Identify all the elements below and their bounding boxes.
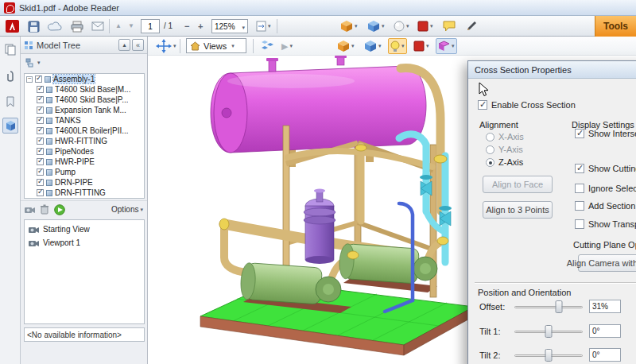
3d-background-dropdown[interactable] [416, 18, 435, 34]
print-button[interactable] [69, 18, 85, 34]
ignore-selected-checkbox[interactable] [575, 184, 584, 193]
show-cutting-plane-checkbox[interactable] [575, 164, 584, 173]
tilt1-field[interactable]: 0° [589, 324, 621, 338]
show-intersections-checkbox[interactable] [575, 129, 584, 138]
options-dropdown[interactable]: Options [111, 205, 143, 214]
camera-tool-icon[interactable] [25, 206, 35, 214]
render-mode-dropdown[interactable] [335, 38, 356, 54]
visibility-checkbox[interactable] [37, 86, 44, 93]
x-axis-radio[interactable] [486, 133, 494, 141]
3d-model-view[interactable] [148, 56, 477, 364]
enable-cross-section-checkbox[interactable] [478, 100, 487, 110]
page-fit-dropdown[interactable] [254, 18, 273, 34]
attachments-icon[interactable] [2, 68, 18, 84]
show-cutting-plane-row[interactable]: Show Cutting Plane [575, 164, 636, 173]
model-tree-list[interactable]: Assembly-1 T4600 Skid Base|M... T4600 Sk… [24, 73, 145, 199]
views-dropdown[interactable]: Views [186, 38, 246, 53]
show-transparency-checkbox[interactable] [575, 219, 584, 229]
tree-item[interactable]: DRN-PIPE [25, 177, 144, 188]
play-animation-dropdown[interactable]: ▶ [280, 38, 294, 54]
visibility-checkbox[interactable] [37, 179, 44, 186]
add-section-capping-checkbox[interactable] [575, 201, 584, 211]
align-to-face-button[interactable]: Align to Face [483, 176, 553, 193]
tree-item[interactable]: HWR-PIPE [25, 157, 144, 167]
zoom-level-dropdown[interactable]: 125% [211, 19, 248, 33]
offset-slider-thumb[interactable] [555, 300, 562, 313]
panel-collapse-button[interactable] [132, 39, 144, 51]
save-button[interactable] [26, 18, 41, 34]
visibility-checkbox[interactable] [37, 106, 44, 114]
model-tree-icon[interactable] [2, 118, 18, 134]
tree-item[interactable]: DRN-FITTING [25, 188, 144, 198]
cross-section-dropdown[interactable] [436, 38, 457, 54]
tilt1-slider-thumb[interactable] [545, 325, 553, 338]
views-list[interactable]: Starting View Viewport 1 [24, 219, 145, 324]
bookmarks-icon[interactable] [2, 94, 18, 110]
y-axis-radio[interactable] [486, 145, 494, 154]
tools-button[interactable]: Tools [595, 16, 636, 37]
enable-cross-section-row[interactable]: Enable Cross Section [478, 100, 576, 110]
expander-icon[interactable] [26, 76, 33, 83]
tree-item[interactable]: PipeNodes [25, 146, 144, 157]
3d-render-mode-dropdown[interactable] [339, 18, 359, 34]
visibility-checkbox[interactable] [37, 127, 44, 134]
tree-item[interactable]: T4600LR Boiler|PII... [25, 126, 144, 136]
tree-item[interactable]: Expansion Tank M... [25, 105, 144, 115]
background-color-dropdown[interactable] [412, 38, 431, 54]
page-thumbnails-icon[interactable] [2, 41, 18, 57]
extra-views-dropdown[interactable] [363, 38, 383, 54]
tree-item[interactable]: HWR-FITTING [25, 136, 144, 146]
visibility-checkbox[interactable] [37, 168, 44, 176]
next-page-button[interactable]: ▼ [126, 18, 136, 34]
show-intersections-row[interactable]: Show Intersections [575, 129, 636, 138]
add-section-capping-row[interactable]: Add Section Capping [575, 201, 636, 211]
tilt2-slider-thumb[interactable] [545, 349, 553, 362]
tilt1-slider[interactable] [514, 324, 583, 339]
tree-options-dropdown[interactable] [24, 55, 42, 71]
model-tree-toggle-button[interactable] [259, 38, 276, 54]
comment-button[interactable] [441, 18, 457, 34]
play-view-icon[interactable] [54, 204, 65, 215]
visibility-checkbox[interactable] [37, 117, 44, 124]
tree-item[interactable]: T4600 Skid Base|M... [25, 84, 144, 95]
visibility-checkbox[interactable] [37, 148, 44, 155]
title-bar[interactable]: Skid1.pdf - Adobe Reader [0, 0, 636, 16]
tree-item[interactable]: Pump [25, 167, 144, 177]
z-axis-radio-row[interactable]: Z-Axis [486, 157, 523, 167]
tilt2-slider[interactable] [514, 348, 583, 362]
dialog-title-bar[interactable]: Cross Section Properties [468, 61, 636, 79]
offset-slider[interactable] [514, 300, 583, 314]
tree-item[interactable]: TANKS [25, 115, 144, 126]
cloud-upload-button[interactable] [46, 18, 64, 34]
align-camera-button[interactable]: Align Camera with Plane [578, 254, 636, 272]
adobe-reader-icon[interactable] [4, 18, 21, 34]
tilt2-field[interactable]: 0° [589, 348, 621, 362]
page-number-input[interactable] [141, 19, 160, 33]
zoom-out-button[interactable]: − [183, 18, 191, 34]
tree-root-row[interactable]: Assembly-1 [25, 74, 144, 84]
3d-lighting-dropdown[interactable] [392, 18, 411, 34]
pan-tool-dropdown[interactable] [154, 38, 178, 54]
view-item[interactable]: Starting View [25, 223, 144, 236]
email-button[interactable] [90, 18, 106, 34]
3d-views-dropdown[interactable] [366, 18, 386, 34]
view-item[interactable]: Viewport 1 [25, 236, 144, 250]
show-transparency-row[interactable]: Show Transparency [575, 219, 636, 229]
panel-up-button[interactable] [118, 39, 130, 51]
z-axis-radio[interactable] [486, 158, 494, 167]
tree-root-label[interactable]: Assembly-1 [53, 75, 95, 83]
visibility-checkbox[interactable] [37, 158, 44, 165]
visibility-checkbox[interactable] [37, 137, 44, 145]
visibility-checkbox[interactable] [35, 76, 42, 83]
delete-view-icon[interactable] [40, 204, 49, 215]
y-axis-radio-row[interactable]: Y-Axis [486, 145, 523, 154]
align-to-3-points-button[interactable]: Align to 3 Points [483, 201, 553, 219]
previous-page-button[interactable]: ▲ [114, 18, 123, 34]
ignore-selected-row[interactable]: Ignore Selected Parts [575, 184, 636, 193]
tree-item[interactable]: T4600 Skid Base|P... [25, 95, 144, 105]
sign-button[interactable] [464, 18, 479, 34]
offset-field[interactable]: 31% [589, 300, 621, 313]
zoom-in-button[interactable]: + [196, 18, 204, 34]
visibility-checkbox[interactable] [37, 189, 44, 196]
lighting-dropdown[interactable] [388, 38, 407, 54]
